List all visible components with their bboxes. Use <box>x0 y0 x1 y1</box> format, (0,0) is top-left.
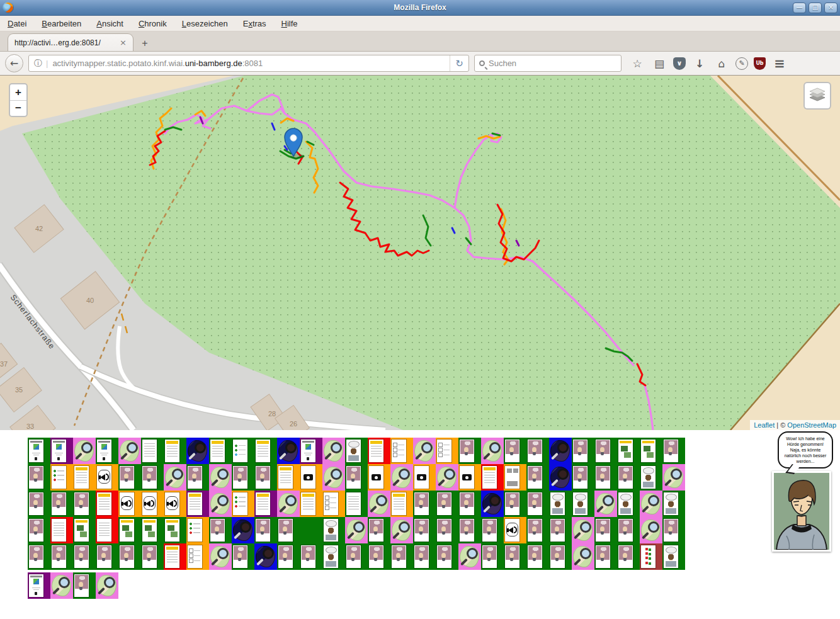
timeline-tile[interactable] <box>164 464 186 491</box>
timeline-tile[interactable] <box>96 491 118 517</box>
timeline-tile[interactable] <box>549 543 572 570</box>
timeline-tile[interactable] <box>549 491 572 517</box>
timeline-tile[interactable] <box>617 438 640 464</box>
timeline-tile[interactable] <box>617 543 640 570</box>
timeline-tile[interactable] <box>50 543 73 570</box>
timeline-tile[interactable] <box>28 491 50 517</box>
timeline-tile[interactable] <box>617 464 640 491</box>
site-info-icon[interactable]: ⓘ <box>29 58 46 69</box>
timeline-tile[interactable] <box>300 517 322 543</box>
timeline-tile[interactable] <box>96 572 118 599</box>
menu-hilfe[interactable]: Hilfe <box>281 19 298 28</box>
timeline-tile[interactable] <box>73 572 96 599</box>
timeline-tile[interactable] <box>277 464 300 491</box>
search-input[interactable] <box>489 59 616 68</box>
timeline-tile[interactable] <box>141 517 164 543</box>
timeline-tile[interactable] <box>458 517 481 543</box>
menu-lesezeichen[interactable]: Lesezeichen <box>182 19 228 28</box>
timeline-tile[interactable] <box>277 517 300 543</box>
timeline-tile[interactable] <box>526 543 549 570</box>
timeline-tile[interactable] <box>662 491 685 517</box>
timeline-tile[interactable] <box>640 438 662 464</box>
close-button[interactable]: × <box>824 3 837 13</box>
extension-edit-icon[interactable]: ✎ <box>735 57 748 70</box>
timeline-tile[interactable] <box>345 491 368 517</box>
timeline-tile[interactable] <box>232 517 254 543</box>
timeline-tile[interactable] <box>28 438 50 464</box>
tab-close-icon[interactable]: × <box>120 38 127 47</box>
timeline-tile[interactable] <box>232 543 254 570</box>
timeline-tile[interactable] <box>209 438 232 464</box>
timeline-tile[interactable] <box>186 543 209 570</box>
browser-tab[interactable]: http://activi…erg.de:8081/ × <box>8 33 133 51</box>
home-icon[interactable]: ⌂ <box>713 55 730 72</box>
timeline-tile[interactable] <box>594 464 617 491</box>
timeline-tile[interactable] <box>640 464 662 491</box>
timeline-tile[interactable] <box>413 438 436 464</box>
timeline-tile[interactable] <box>662 438 685 464</box>
timeline-tile[interactable] <box>572 438 594 464</box>
timeline-tile[interactable] <box>73 543 96 570</box>
timeline-tile[interactable] <box>277 438 300 464</box>
timeline-tile[interactable] <box>368 491 390 517</box>
timeline-tile[interactable] <box>186 464 209 491</box>
timeline-tile[interactable] <box>73 464 96 491</box>
timeline-tile[interactable] <box>50 438 73 464</box>
timeline-tile[interactable] <box>526 438 549 464</box>
timeline-tile[interactable] <box>662 517 685 543</box>
timeline-tile[interactable] <box>345 543 368 570</box>
timeline-tile[interactable] <box>481 543 504 570</box>
timeline-tile[interactable] <box>481 491 504 517</box>
map[interactable]: 42 40 35 37 33 28 26 Scherlachstraße <box>0 76 840 430</box>
back-button[interactable]: ← <box>5 54 23 72</box>
timeline-tile[interactable] <box>594 543 617 570</box>
timeline-tile[interactable] <box>164 543 186 570</box>
menu-ansicht[interactable]: Ansicht <box>96 19 123 28</box>
timeline-tile[interactable] <box>254 491 277 517</box>
timeline-tile[interactable] <box>186 438 209 464</box>
timeline-tile[interactable] <box>300 438 322 464</box>
timeline-tile[interactable] <box>277 491 300 517</box>
timeline-tile[interactable] <box>368 543 390 570</box>
timeline-tile[interactable] <box>390 464 413 491</box>
menu-datei[interactable]: Datei <box>8 19 26 28</box>
layers-control[interactable] <box>803 82 831 110</box>
timeline-tile[interactable] <box>390 517 413 543</box>
timeline-tile[interactable] <box>277 543 300 570</box>
timeline-tile[interactable] <box>96 517 118 543</box>
timeline-tile[interactable] <box>413 543 436 570</box>
zoom-out-button[interactable]: − <box>10 100 26 116</box>
timeline-tile[interactable] <box>232 464 254 491</box>
leaflet-link[interactable]: Leaflet <box>754 421 775 429</box>
timeline-tile[interactable] <box>73 491 96 517</box>
timeline-tile[interactable] <box>300 464 322 491</box>
timeline-tile[interactable] <box>141 438 164 464</box>
timeline-tile[interactable] <box>640 491 662 517</box>
maximize-button[interactable]: □ <box>809 3 822 13</box>
timeline-tile[interactable] <box>526 491 549 517</box>
timeline-tile[interactable] <box>572 491 594 517</box>
timeline-tile[interactable] <box>28 517 50 543</box>
timeline-tile[interactable] <box>458 464 481 491</box>
timeline-tile[interactable] <box>390 543 413 570</box>
timeline-tile[interactable] <box>73 438 96 464</box>
timeline-tile[interactable] <box>504 438 526 464</box>
menu-bearbeiten[interactable]: Bearbeiten <box>42 19 81 28</box>
timeline-tile[interactable] <box>390 491 413 517</box>
timeline-tile[interactable] <box>481 517 504 543</box>
timeline-tile[interactable] <box>572 517 594 543</box>
url-text[interactable]: activitymapper.static.potato.kinf.wiai.u… <box>48 59 450 68</box>
timeline-tile[interactable] <box>141 464 164 491</box>
timeline-tile[interactable] <box>368 438 390 464</box>
timeline-tile[interactable] <box>436 464 458 491</box>
osm-link[interactable]: OpenStreetMap <box>787 421 836 429</box>
search-bar[interactable] <box>474 55 621 72</box>
timeline-tile[interactable] <box>118 491 141 517</box>
timeline-tile[interactable] <box>436 543 458 570</box>
timeline-tile[interactable] <box>50 464 73 491</box>
timeline-tile[interactable] <box>504 464 526 491</box>
timeline-tile[interactable] <box>28 464 50 491</box>
ublock-icon[interactable]: Ub <box>754 57 766 70</box>
timeline-tile[interactable] <box>458 438 481 464</box>
timeline-tile[interactable] <box>436 438 458 464</box>
